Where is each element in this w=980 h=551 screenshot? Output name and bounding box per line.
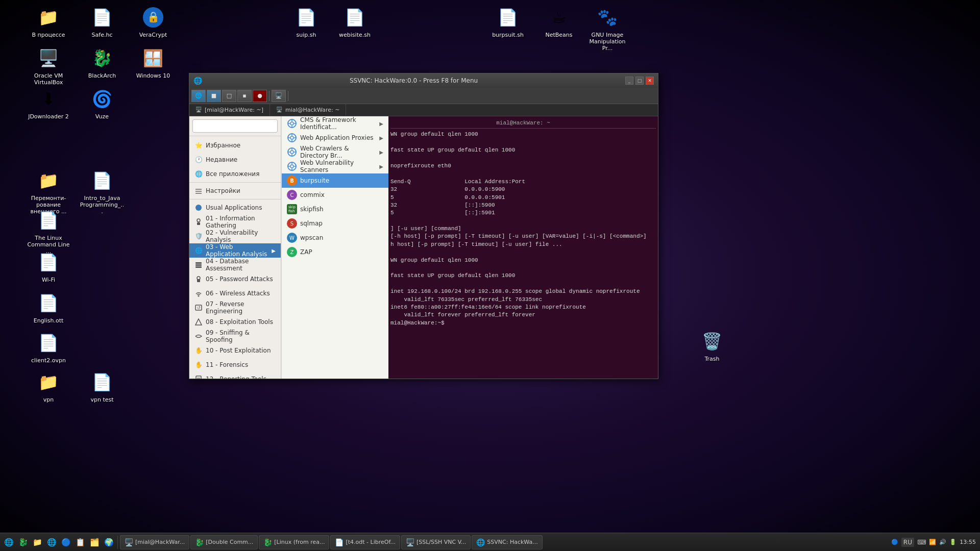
- desktop-icon-wifi[interactable]: 📄 Wi-Fi: [26, 250, 71, 283]
- taskbar-item-libreoffice[interactable]: 📄 [t4.odt - LibreOf...: [330, 535, 400, 549]
- icon-label: JDownloader 2: [28, 113, 69, 120]
- menu-item-10[interactable]: ✋ 10 - Post Exploitation: [189, 343, 281, 358]
- desktop-icon-linux-cmd[interactable]: 📄 The Linux Command Line ...: [26, 208, 71, 255]
- tab-terminal-2[interactable]: 🖥️ mial@HackWare: ~: [270, 104, 346, 116]
- menu-item-favorites[interactable]: ⭐ Избранное: [189, 138, 281, 153]
- desktop-icon-english[interactable]: 📄 English.ott: [26, 291, 71, 324]
- toolbar-btn-globe[interactable]: 🌐: [191, 90, 206, 102]
- terminal-icon: 🖥️: [195, 107, 203, 114]
- taskbar-item-terminal[interactable]: 🖥️ [mial@HackWar...: [120, 535, 189, 549]
- vnc-tab-bar: 🖥️ [mial@HackWare: ~] 🖥️ mial@HackWare: …: [189, 104, 658, 116]
- tray-network[interactable]: 📶: [929, 539, 936, 545]
- menu-item-09[interactable]: 09 - Sniffing & Spoofing: [189, 329, 281, 343]
- submenu-proxies[interactable]: Web Application Proxies ▶: [282, 131, 388, 145]
- maximize-button[interactable]: □: [635, 77, 644, 85]
- menu-item-05[interactable]: 05 - Password Attacks: [189, 272, 281, 286]
- icon-label: vpn test: [90, 396, 113, 403]
- task-label: SSVNC: HackWa...: [487, 539, 537, 545]
- menu-item-recent[interactable]: 🕐 Недавние: [189, 153, 281, 167]
- skipfish-icon: skipfish: [287, 204, 297, 214]
- desktop-icon-vuze[interactable]: 🌀 Vuze: [79, 87, 125, 120]
- menu-item-03[interactable]: 🌐 03 - Web Application Analysis ▶: [189, 243, 281, 258]
- desktop-icon-netbeans[interactable]: ☕ NetBeans: [536, 5, 582, 38]
- terminal-line: [390, 217, 656, 225]
- taskbar-item-sslssh[interactable]: 🖥️ [SSL/SSH VNC V...: [401, 535, 471, 549]
- desktop-icon-safe[interactable]: 📄 Safe.hc: [79, 5, 125, 38]
- desktop-icon-client2[interactable]: 📄 client2.ovpn: [26, 331, 71, 364]
- desktop-icon-trash[interactable]: 🗑️ Trash: [689, 329, 735, 362]
- desktop-icon-webisite[interactable]: 📄 webisite.sh: [332, 5, 378, 38]
- terminal[interactable]: mial@HackWare: ~ WN group default qlen 1…: [388, 116, 658, 379]
- vnc-window-title: SSVNC: HackWare:0.0 - Press F8 for Menu: [202, 77, 625, 84]
- submenu-sqlmap[interactable]: S sqlmap: [282, 216, 388, 231]
- menu-item-12[interactable]: 12 - Reporting Tools: [189, 372, 281, 379]
- desktop-icon-intro-java[interactable]: 📄 Intro_to_Java Programming_...: [79, 168, 125, 215]
- toolbar-btn-dot[interactable]: ▪: [237, 90, 252, 102]
- tray-sound[interactable]: 🔊: [939, 539, 946, 545]
- system-clock[interactable]: 13:55: [960, 539, 976, 545]
- desktop-icon-jdownloader[interactable]: ⬇️ JDownloader 2: [26, 87, 71, 120]
- menu-item-02[interactable]: 🛡️ 02 - Vulnerability Analysis: [189, 229, 281, 243]
- menu-item-04[interactable]: 04 - Database Assessment: [189, 258, 281, 272]
- submenu-skipfish[interactable]: skipfish skipfish: [282, 202, 388, 216]
- submenu-arrow-03: ▶: [272, 248, 276, 254]
- tray-bluetooth[interactable]: 🔵: [891, 539, 898, 545]
- terminal-task-icon: 🖥️: [125, 538, 133, 546]
- desktop-icon-oracle[interactable]: 🖥️ Oracle VM VirtualBox: [26, 46, 71, 86]
- toolbar-btn-circle[interactable]: ●: [253, 90, 267, 102]
- 08-label: 08 - Exploitation Tools: [206, 318, 273, 325]
- toolbar-btn-square1[interactable]: ■: [207, 90, 221, 102]
- menu-item-07[interactable]: ↺ 07 - Reverse Engineering: [189, 300, 281, 315]
- menu-item-settings[interactable]: Настройки: [189, 184, 281, 198]
- menu-item-01[interactable]: 01 - Information Gathering: [189, 215, 281, 229]
- desktop-icon-vpn[interactable]: 📁 vpn: [26, 370, 71, 403]
- menu-item-08[interactable]: 08 - Exploitation Tools: [189, 315, 281, 329]
- close-button[interactable]: ✕: [646, 77, 654, 85]
- desktop-icon-suip[interactable]: 📄 suip.sh: [283, 5, 329, 38]
- folder-icon: 📁: [36, 370, 61, 394]
- ql-grid[interactable]: 🗂️: [88, 536, 101, 549]
- tray-lang[interactable]: RU: [901, 538, 914, 547]
- desktop-icon-blackarch[interactable]: 🐉 BlackArch: [79, 46, 125, 79]
- submenu-crawlers[interactable]: Web Crawlers & Directory Br... ▶: [282, 145, 388, 159]
- desktop-icon-gnu[interactable]: 🐾 GNU Image Manipulation Pr...: [584, 5, 630, 52]
- submenu-burpsuite[interactable]: B burpsuite: [282, 173, 388, 188]
- submenu-commix[interactable]: C commix: [282, 188, 388, 202]
- desktop-icon-vpntest[interactable]: 📄 vpn test: [79, 370, 125, 403]
- ql-chrome[interactable]: 🔵: [59, 536, 72, 549]
- menu-item-11[interactable]: ✋ 11 - Forensics: [189, 358, 281, 372]
- ql-folder[interactable]: 📁: [31, 536, 44, 549]
- taskbar-item-double-cmd[interactable]: 🐉 [Double Comm...: [190, 535, 258, 549]
- icon-label: GNU Image Manipulation Pr...: [584, 32, 630, 52]
- desktop-icon-burpsuit[interactable]: 📄 burpsuit.sh: [485, 5, 531, 38]
- netbeans-icon: ☕: [547, 5, 571, 30]
- menu-item-all-apps[interactable]: 🌐 Все приложения: [189, 167, 281, 181]
- menu-item-usual-apps[interactable]: Usual Applications: [189, 201, 281, 215]
- desktop-icon-в-процессе[interactable]: 📁 В процессе: [26, 5, 71, 38]
- desktop-icon-veracrypt[interactable]: 🔒 VeraCrypt: [130, 5, 176, 38]
- submenu-wpscan[interactable]: W wpscan: [282, 231, 388, 245]
- menu-item-06[interactable]: 06 - Wireless Attacks: [189, 286, 281, 300]
- folder-icon: 📁: [36, 5, 61, 30]
- ql-apps[interactable]: 📋: [74, 536, 87, 549]
- submenu-cms[interactable]: CMS & Framework Identificat... ▶: [282, 116, 388, 131]
- minimize-button[interactable]: _: [625, 77, 633, 85]
- script-icon: 📄: [294, 5, 318, 30]
- ql-dragon[interactable]: 🐉: [16, 536, 30, 549]
- toolbar-btn-square2[interactable]: □: [222, 90, 236, 102]
- ql-globe[interactable]: 🌍: [102, 536, 115, 549]
- web-app-icon: 🌐: [194, 246, 203, 255]
- vnc-window-controls: _ □ ✕: [625, 77, 654, 85]
- desktop-icon-windows10[interactable]: 🪟 Windows 10: [130, 46, 176, 79]
- reporting-icon: [194, 375, 203, 379]
- submenu-zap[interactable]: Z ZAP: [282, 245, 388, 259]
- taskbar-item-ssvnc[interactable]: 🌐 SSVNC: HackWa...: [472, 535, 542, 549]
- tab-terminal-1[interactable]: 🖥️ [mial@HackWare: ~]: [189, 104, 270, 116]
- search-input[interactable]: [192, 119, 278, 133]
- submenu-vuln-scanners[interactable]: Web Vulnerability Scanners ▶: [282, 159, 388, 173]
- toolbar-btn-monitor[interactable]: 🖥️: [272, 90, 286, 102]
- tray-battery[interactable]: 🔋: [949, 539, 957, 545]
- taskbar-item-linux[interactable]: 🐉 [Linux (from rea...: [259, 535, 329, 549]
- ql-browser[interactable]: 🌐: [45, 536, 58, 549]
- ql-files[interactable]: 🌐: [2, 536, 15, 549]
